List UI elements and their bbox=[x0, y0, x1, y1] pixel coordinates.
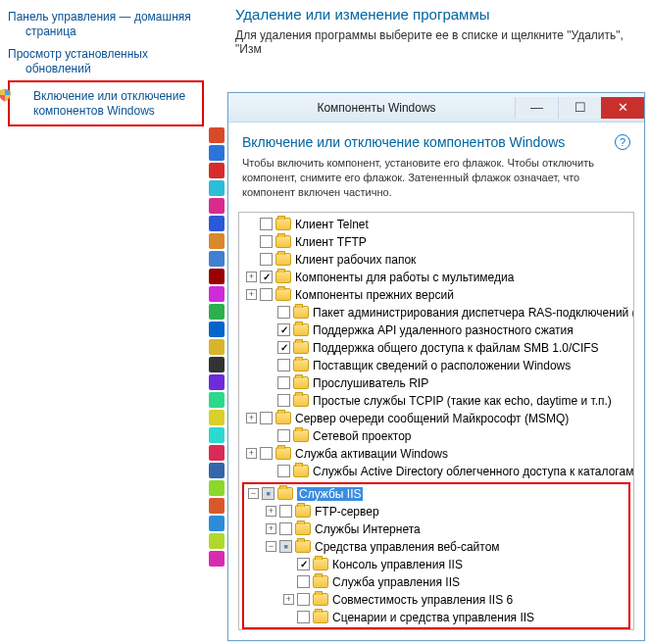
feature-checkbox[interactable] bbox=[260, 235, 273, 248]
tree-node[interactable]: +FTP-сервер bbox=[244, 503, 628, 520]
feature-checkbox[interactable] bbox=[277, 394, 290, 407]
help-icon[interactable]: ? bbox=[615, 134, 630, 150]
tree-node[interactable]: Простые службы TCPIP (такие как echo, da… bbox=[242, 392, 630, 410]
maximize-button[interactable]: ☐ bbox=[558, 97, 601, 119]
feature-checkbox[interactable] bbox=[277, 376, 290, 389]
expand-spacer bbox=[264, 395, 275, 406]
feature-label[interactable]: Компоненты для работы с мультимедиа bbox=[295, 271, 514, 284]
tree-node[interactable]: −Средства управления веб-сайтом bbox=[244, 538, 628, 556]
tree-node[interactable]: −Службы IIS bbox=[244, 485, 628, 503]
program-icon bbox=[209, 163, 225, 178]
features-tree[interactable]: Клиент TelnetКлиент TFTPКлиент рабочих п… bbox=[238, 212, 634, 630]
feature-label[interactable]: Средства управления веб-сайтом bbox=[315, 540, 500, 554]
feature-label[interactable]: Консоль управления IIS bbox=[332, 558, 463, 571]
feature-label[interactable]: Компоненты прежних версий bbox=[295, 288, 454, 302]
feature-checkbox[interactable] bbox=[262, 487, 275, 500]
feature-label[interactable]: Сервер очереди сообщений Майкрософт (MSM… bbox=[295, 412, 569, 425]
tree-node[interactable]: Сетевой проектор bbox=[242, 427, 630, 445]
tree-node[interactable]: +Компоненты для работы с мультимедиа bbox=[242, 269, 630, 286]
feature-checkbox[interactable] bbox=[297, 611, 310, 623]
expand-spacer bbox=[264, 342, 275, 353]
feature-label[interactable]: Служба управления IIS bbox=[332, 575, 460, 589]
feature-label[interactable]: Службы Active Directory облегченного дос… bbox=[313, 465, 633, 478]
tree-node[interactable]: +Компоненты прежних версий bbox=[242, 286, 630, 304]
dialog-titlebar[interactable]: Компоненты Windows — ☐ ✕ bbox=[228, 93, 644, 123]
collapse-icon[interactable]: − bbox=[248, 488, 259, 499]
feature-label[interactable]: Клиент Telnet bbox=[295, 218, 369, 231]
tree-node[interactable]: Пакет администрирования диспетчера RAS-п… bbox=[242, 304, 630, 322]
program-icon bbox=[209, 216, 225, 231]
feature-checkbox[interactable] bbox=[260, 253, 273, 266]
feature-checkbox[interactable] bbox=[279, 522, 292, 535]
feature-label[interactable]: Службы IIS bbox=[297, 487, 363, 501]
expand-spacer bbox=[264, 430, 275, 441]
tree-node[interactable]: Поставщик сведений о расположении Window… bbox=[242, 357, 630, 374]
feature-label[interactable]: Совместимость управления IIS 6 bbox=[332, 593, 513, 607]
tree-node[interactable]: Консоль управления IIS bbox=[244, 556, 628, 573]
tree-node[interactable]: Сценарии и средства управления IIS bbox=[244, 609, 628, 626]
tree-node[interactable]: +Службы Интернета bbox=[244, 520, 628, 538]
tree-node[interactable]: Поддержка общего доступа к файлам SMB 1.… bbox=[242, 339, 630, 357]
program-icon bbox=[209, 427, 225, 443]
program-icon bbox=[209, 198, 225, 214]
expand-icon[interactable]: + bbox=[246, 272, 257, 282]
tree-node[interactable]: +Совместимость управления IIS 6 bbox=[244, 591, 628, 609]
expand-icon[interactable]: + bbox=[246, 413, 257, 423]
folder-icon bbox=[313, 593, 328, 606]
feature-label[interactable]: Служба активации Windows bbox=[295, 447, 448, 461]
feature-label[interactable]: Пакет администрирования диспетчера RAS-п… bbox=[313, 306, 634, 320]
feature-checkbox[interactable] bbox=[277, 429, 290, 442]
feature-checkbox[interactable] bbox=[277, 323, 290, 336]
feature-checkbox[interactable] bbox=[297, 593, 310, 606]
dialog-title: Компоненты Windows bbox=[238, 101, 515, 115]
feature-checkbox[interactable] bbox=[277, 359, 290, 372]
feature-checkbox[interactable] bbox=[260, 288, 273, 301]
feature-checkbox[interactable] bbox=[260, 271, 273, 283]
page-title: Удаление или изменение программы bbox=[235, 6, 649, 23]
feature-label[interactable]: Сетевой проектор bbox=[313, 429, 412, 443]
feature-checkbox[interactable] bbox=[260, 447, 273, 460]
cp-windows-features-link[interactable]: Включение или отключение компонентов Win… bbox=[8, 80, 204, 126]
feature-checkbox[interactable] bbox=[279, 505, 292, 518]
tree-node[interactable]: +Служба активации Windows bbox=[242, 445, 630, 463]
tree-node[interactable]: +Сервер очереди сообщений Майкрософт (MS… bbox=[242, 410, 630, 427]
feature-label[interactable]: Поставщик сведений о расположении Window… bbox=[313, 359, 571, 372]
feature-label[interactable]: Клиент TFTP bbox=[295, 235, 367, 249]
feature-label[interactable]: Службы Интернета bbox=[315, 522, 421, 536]
tree-node[interactable]: Клиент TFTP bbox=[242, 233, 630, 251]
cp-view-updates-link[interactable]: Просмотр установленных обновлений bbox=[8, 43, 204, 80]
feature-checkbox[interactable] bbox=[260, 218, 273, 230]
feature-label[interactable]: Сценарии и средства управления IIS bbox=[332, 611, 534, 624]
feature-checkbox[interactable] bbox=[277, 341, 290, 354]
feature-checkbox[interactable] bbox=[277, 465, 290, 477]
feature-label[interactable]: Клиент рабочих папок bbox=[295, 253, 416, 267]
expand-icon[interactable]: + bbox=[246, 448, 257, 459]
close-button[interactable]: ✕ bbox=[601, 97, 644, 119]
folder-icon bbox=[295, 540, 311, 553]
feature-checkbox[interactable] bbox=[279, 540, 292, 553]
feature-checkbox[interactable] bbox=[297, 575, 310, 588]
expand-icon[interactable]: + bbox=[246, 289, 257, 300]
expand-icon[interactable]: + bbox=[283, 594, 294, 605]
feature-label[interactable]: Прослушиватель RIP bbox=[313, 376, 428, 390]
program-icon bbox=[209, 392, 225, 408]
shield-icon bbox=[16, 88, 29, 102]
tree-node[interactable]: Клиент рабочих папок bbox=[242, 251, 630, 269]
feature-checkbox[interactable] bbox=[277, 306, 290, 319]
cp-home-link[interactable]: Панель управления — домашняя страница bbox=[8, 6, 204, 43]
feature-label[interactable]: Поддержка общего доступа к файлам SMB 1.… bbox=[313, 341, 599, 355]
collapse-icon[interactable]: − bbox=[266, 541, 276, 552]
expand-icon[interactable]: + bbox=[266, 523, 276, 534]
tree-node[interactable]: Служба управления IIS bbox=[244, 573, 628, 591]
feature-label[interactable]: FTP-сервер bbox=[315, 505, 379, 519]
feature-label[interactable]: Простые службы TCPIP (такие как echo, da… bbox=[313, 394, 612, 408]
tree-node[interactable]: Службы Active Directory облегченного дос… bbox=[242, 463, 630, 480]
feature-label[interactable]: Поддержка API удаленного разностного сжа… bbox=[313, 323, 574, 337]
expand-icon[interactable]: + bbox=[266, 506, 276, 517]
feature-checkbox[interactable] bbox=[297, 558, 310, 570]
minimize-button[interactable]: — bbox=[515, 97, 558, 119]
tree-node[interactable]: Прослушиватель RIP bbox=[242, 374, 630, 392]
tree-node[interactable]: Клиент Telnet bbox=[242, 216, 630, 233]
tree-node[interactable]: Поддержка API удаленного разностного сжа… bbox=[242, 322, 630, 339]
feature-checkbox[interactable] bbox=[260, 412, 273, 424]
